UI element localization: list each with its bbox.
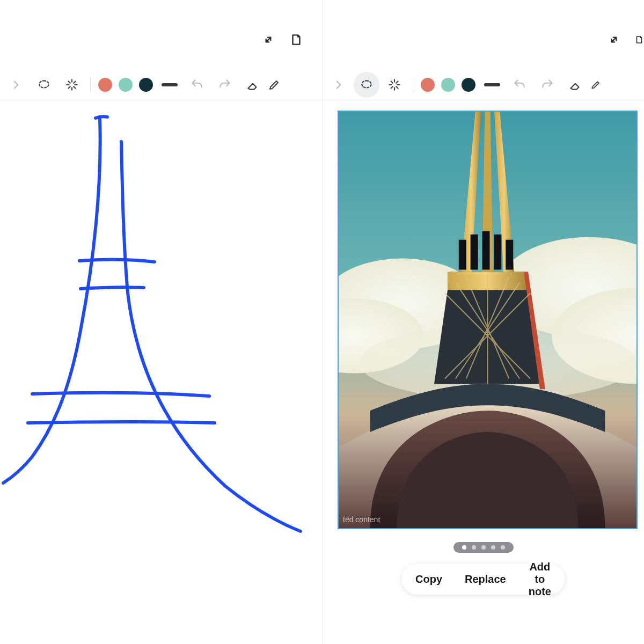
window-controls-left <box>261 32 304 47</box>
toolbar-left <box>0 70 322 100</box>
stroke-weight-button[interactable] <box>484 83 500 86</box>
svg-rect-15 <box>471 235 478 270</box>
color-swatch-salmon[interactable] <box>98 78 112 92</box>
pen-icon[interactable] <box>268 72 281 98</box>
stroke-weight-button[interactable] <box>162 83 178 86</box>
action-bar: Copy Replace Add to note <box>401 564 565 595</box>
svg-rect-14 <box>459 240 466 270</box>
color-swatch-mint[interactable] <box>119 78 133 92</box>
sparkle-icon[interactable] <box>59 72 85 98</box>
expand-icon[interactable] <box>261 32 276 47</box>
lasso-icon[interactable] <box>354 72 379 98</box>
undo-icon[interactable] <box>184 72 210 98</box>
toolbar-separator <box>90 77 91 92</box>
pager-dot[interactable] <box>501 545 505 550</box>
eraser-icon[interactable] <box>240 72 266 98</box>
pager-dot[interactable] <box>481 545 486 550</box>
redo-icon[interactable] <box>212 72 238 98</box>
color-swatch-mint[interactable] <box>441 78 455 92</box>
toolbar-right <box>323 70 644 100</box>
eraser-icon[interactable] <box>562 72 588 98</box>
color-swatch-navy[interactable] <box>462 78 475 92</box>
copy-button[interactable]: Copy <box>415 573 442 586</box>
expand-icon[interactable] <box>606 32 621 47</box>
pager-dot[interactable] <box>462 545 466 550</box>
redo-icon[interactable] <box>535 72 560 98</box>
svg-rect-18 <box>506 240 513 270</box>
sparkle-icon[interactable] <box>382 72 407 98</box>
chevron-right-icon[interactable] <box>3 72 29 98</box>
color-swatch-salmon[interactable] <box>421 78 435 92</box>
lasso-icon[interactable] <box>31 72 57 98</box>
svg-rect-17 <box>494 235 501 270</box>
undo-icon[interactable] <box>507 72 532 98</box>
color-swatch-navy[interactable] <box>139 78 153 92</box>
pager-dot[interactable] <box>472 545 476 550</box>
result-pager[interactable] <box>453 542 514 553</box>
generated-image[interactable]: ted content <box>338 111 638 529</box>
generated-pane: ted content Copy Replace Add to note <box>322 0 644 644</box>
replace-button[interactable]: Replace <box>465 573 506 586</box>
svg-rect-16 <box>482 231 490 270</box>
chevron-right-icon[interactable] <box>326 72 352 98</box>
window-controls-right <box>606 32 644 47</box>
reader-icon[interactable] <box>289 32 304 47</box>
watermark-text: ted content <box>343 515 380 524</box>
sketch-pane <box>0 0 322 644</box>
add-to-note-button[interactable]: Add to note <box>529 561 551 598</box>
reader-icon[interactable] <box>634 32 644 47</box>
sketch-canvas[interactable] <box>0 100 322 644</box>
pen-icon[interactable] <box>590 72 601 98</box>
pager-dot[interactable] <box>491 545 495 550</box>
toolbar-separator <box>413 77 413 92</box>
